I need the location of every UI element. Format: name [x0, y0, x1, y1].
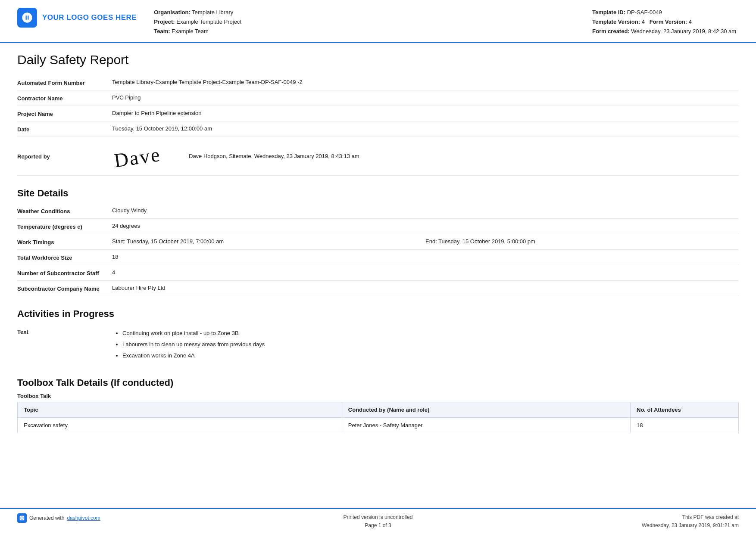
site-details-title: Site Details — [17, 188, 739, 199]
organisation-value: Template Library — [192, 9, 233, 16]
subcontractor-staff-label: Number of Subcontractor Staff — [17, 269, 112, 276]
footer-pdf-created: This PDF was created at — [498, 513, 739, 522]
work-timings-start: Start: Tuesday, 15 October 2019, 7:00:00… — [112, 238, 425, 245]
contractor-value: PVC Piping — [112, 94, 739, 101]
content: Daily Safety Report Automated Form Numbe… — [0, 43, 756, 508]
header-project: Project: Example Template Project — [154, 17, 592, 27]
project-value: Example Template Project — [176, 19, 241, 25]
project-name-value: Dampier to Perth Pipeline extension — [112, 110, 739, 116]
temperature-value: 24 degrees — [112, 223, 739, 229]
row-attendees: 18 — [631, 418, 739, 433]
toolbox-table: Topic Conducted by (Name and role) No. o… — [17, 402, 739, 433]
organisation-label: Organisation: — [154, 9, 191, 16]
footer-link[interactable]: dashpivot.com — [67, 515, 100, 521]
activities-title: Activities in Progress — [17, 308, 739, 320]
footer-logo-svg — [19, 515, 25, 521]
activities-list: Continuing work on pipe install - up to … — [112, 328, 265, 361]
work-timings-label: Work Timings — [17, 238, 112, 245]
subcontractor-staff-row: Number of Subcontractor Staff 4 — [17, 265, 739, 281]
weather-label: Weather Conditions — [17, 207, 112, 214]
team-value: Example Team — [172, 28, 209, 34]
template-id-label: Template ID: — [592, 9, 625, 16]
col-conducted-by: Conducted by (Name and role) — [342, 402, 630, 418]
project-label: Project: — [154, 19, 175, 25]
report-title: Daily Safety Report — [17, 53, 739, 67]
header-right: Template ID: DP-SAF-0049 Template Versio… — [592, 8, 739, 36]
date-row: Date Tuesday, 15 October 2019, 12:00:00 … — [17, 121, 739, 137]
contractor-label: Contractor Name — [17, 94, 112, 102]
footer-right: This PDF was created at Wednesday, 23 Ja… — [498, 513, 739, 530]
automated-form-value: Template Library-Example Template Projec… — [112, 79, 739, 85]
reported-by-value: Dave Hodgson, Sitemate, Wednesday, 23 Ja… — [189, 153, 359, 159]
table-header-row: Topic Conducted by (Name and role) No. o… — [18, 402, 739, 418]
row-topic: Excavation safety — [18, 418, 342, 433]
subcontractor-company-label: Subcontractor Company Name — [17, 285, 112, 292]
template-id-value: DP-SAF-0049 — [627, 9, 662, 16]
temperature-row: Temperature (degrees c) 24 degrees — [17, 219, 739, 234]
subcontractor-company-row: Subcontractor Company Name Labourer Hire… — [17, 281, 739, 296]
footer: Generated with dashpivot.com Printed ver… — [0, 508, 756, 534]
temperature-label: Temperature (degrees c) — [17, 223, 112, 230]
logo-svg — [21, 12, 33, 24]
template-version-row: Template Version: 4 Form Version: 4 — [592, 17, 739, 27]
activity-item-1: Continuing work on pipe install - up to … — [122, 328, 265, 339]
col-attendees: No. of Attendees — [631, 402, 739, 418]
form-created-label: Form created: — [592, 28, 630, 34]
total-workforce-label: Total Workforce Size — [17, 254, 112, 261]
date-label: Date — [17, 125, 112, 133]
subcontractor-company-value: Labourer Hire Pty Ltd — [112, 285, 739, 291]
page: YOUR LOGO GOES HERE Organisation: Templa… — [0, 0, 756, 534]
activity-item-2: Labourers in to clean up messy areas fro… — [122, 339, 265, 350]
footer-pdf-date: Wednesday, 23 January 2019, 9:01:21 am — [498, 522, 739, 530]
footer-left: Generated with dashpivot.com — [17, 513, 258, 523]
form-created-value: Wednesday, 23 January 2019, 8:42:30 am — [631, 28, 736, 34]
footer-center: Printed version is uncontrolled Page 1 o… — [258, 513, 498, 530]
form-version-label: Form Version: — [650, 19, 687, 25]
reported-by-row: Reported by Dave Dave Hodgson, Sitemate,… — [17, 137, 739, 176]
contractor-row: Contractor Name PVC Piping — [17, 90, 739, 106]
activities-text-label: Text — [17, 328, 112, 335]
footer-uncontrolled: Printed version is uncontrolled — [258, 513, 498, 522]
work-timings-values: Start: Tuesday, 15 October 2019, 7:00:00… — [112, 238, 739, 245]
table-row: Excavation safety Peter Jones - Safety M… — [18, 418, 739, 433]
automated-form-label: Automated Form Number — [17, 79, 112, 86]
footer-generated-text: Generated with — [29, 515, 64, 521]
project-row: Project Name Dampier to Perth Pipeline e… — [17, 106, 739, 121]
header-organisation: Organisation: Template Library — [154, 8, 592, 17]
row-conducted-by: Peter Jones - Safety Manager — [342, 418, 630, 433]
work-timings-end: End: Tuesday, 15 October 2019, 5:00:00 p… — [425, 238, 739, 245]
template-id-row: Template ID: DP-SAF-0049 — [592, 8, 739, 17]
footer-page: Page 1 of 3 — [258, 522, 498, 530]
logo-area: YOUR LOGO GOES HERE — [17, 8, 137, 28]
template-version-value: 4 — [642, 19, 645, 25]
header: YOUR LOGO GOES HERE Organisation: Templa… — [0, 0, 756, 43]
footer-brand-icon — [17, 513, 27, 523]
logo-text: YOUR LOGO GOES HERE — [42, 13, 137, 22]
weather-row: Weather Conditions Cloudy Windy — [17, 203, 739, 219]
form-version-value: 4 — [689, 19, 692, 25]
total-workforce-row: Total Workforce Size 18 — [17, 250, 739, 265]
subcontractor-staff-value: 4 — [112, 269, 739, 276]
weather-value: Cloudy Windy — [112, 207, 739, 214]
header-team: Team: Example Team — [154, 27, 592, 36]
activities-row: Text Continuing work on pipe install - u… — [17, 324, 739, 365]
team-label: Team: — [154, 28, 170, 34]
template-version-label: Template Version: — [592, 19, 640, 25]
toolbox-table-label: Toolbox Talk — [17, 393, 739, 399]
col-topic: Topic — [18, 402, 342, 418]
signature-area: Dave Dave Hodgson, Sitemate, Wednesday, … — [112, 143, 359, 169]
work-timings-row: Work Timings Start: Tuesday, 15 October … — [17, 234, 739, 250]
activity-item-3: Excavation works in Zone 4A — [122, 350, 265, 361]
form-created-row: Form created: Wednesday, 23 January 2019… — [592, 27, 739, 36]
reported-by-label: Reported by — [17, 152, 112, 160]
total-workforce-value: 18 — [112, 254, 739, 260]
toolbox-title: Toolbox Talk Details (If conducted) — [17, 377, 739, 388]
project-name-label: Project Name — [17, 110, 112, 117]
header-center: Organisation: Template Library Project: … — [137, 8, 592, 36]
signature-image: Dave — [111, 138, 183, 174]
date-value: Tuesday, 15 October 2019, 12:00:00 am — [112, 125, 739, 132]
logo-icon — [17, 8, 37, 28]
automated-form-row: Automated Form Number Template Library-E… — [17, 75, 739, 90]
